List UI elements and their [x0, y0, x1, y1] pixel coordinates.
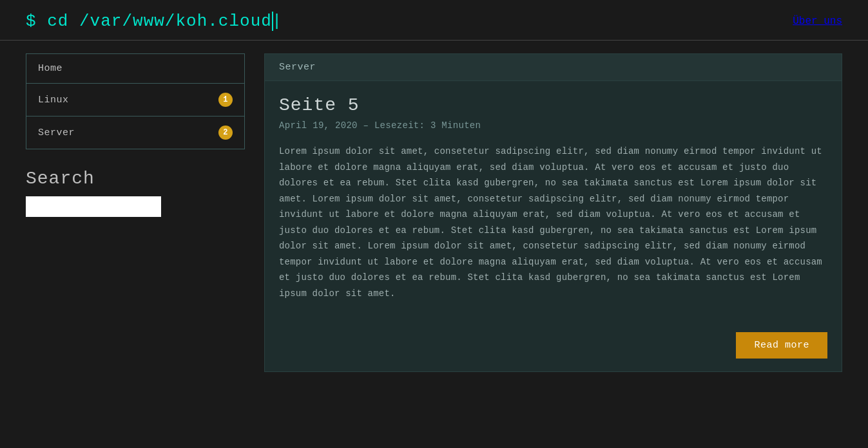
sidebar-item-linux[interactable]: Linux 1: [26, 84, 244, 117]
sidebar-item-server-label: Server: [38, 127, 75, 138]
site-title: $ cd /var/www/koh.cloud|: [26, 12, 273, 31]
linux-badge: 1: [218, 93, 233, 107]
main-layout: Home Linux 1 Server 2 Search Server Seit…: [0, 41, 868, 398]
post-category: Server: [265, 54, 842, 81]
cursor-icon: |: [272, 12, 273, 31]
sidebar: Home Linux 1 Server 2 Search: [26, 53, 245, 385]
search-section: Search: [26, 169, 245, 217]
post-excerpt: Lorem ipsum dolor sit amet, consetetur s…: [279, 144, 827, 301]
content-area: Server Seite 5 April 19, 2020 – Lesezeit…: [264, 53, 842, 385]
post-footer: Read more: [265, 332, 842, 371]
sidebar-item-home-label: Home: [38, 63, 63, 74]
read-more-button[interactable]: Read more: [736, 332, 827, 359]
server-badge: 2: [218, 126, 233, 140]
search-input[interactable]: [26, 196, 161, 217]
post-card: Server Seite 5 April 19, 2020 – Lesezeit…: [264, 53, 842, 372]
site-title-text: $ cd /var/www/koh.cloud: [26, 12, 272, 31]
sidebar-item-home[interactable]: Home: [26, 54, 244, 84]
sidebar-item-linux-label: Linux: [38, 95, 69, 106]
sidebar-nav: Home Linux 1 Server 2: [26, 53, 245, 149]
sidebar-item-server[interactable]: Server 2: [26, 117, 244, 149]
header-nav: Über uns: [793, 15, 842, 27]
about-link[interactable]: Über uns: [793, 15, 842, 27]
post-card-body: Seite 5 April 19, 2020 – Lesezeit: 3 Min…: [265, 81, 842, 332]
post-meta: April 19, 2020 – Lesezeit: 3 Minuten: [279, 120, 827, 131]
post-title: Seite 5: [279, 95, 827, 115]
header: $ cd /var/www/koh.cloud| Über uns: [0, 0, 868, 41]
search-label: Search: [26, 169, 245, 189]
